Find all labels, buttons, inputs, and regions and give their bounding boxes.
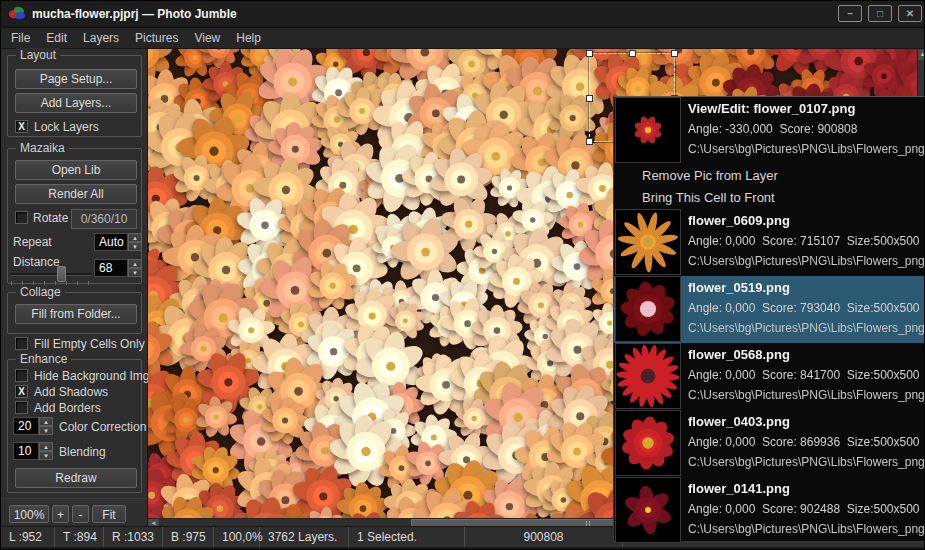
repeat-label: Repeat bbox=[13, 235, 52, 249]
bring-to-front-menu-item[interactable]: Bring This Cell to Front bbox=[614, 187, 925, 209]
scroll-up-icon[interactable]: ▲ bbox=[918, 49, 925, 60]
entry-filename: flower_0519.png bbox=[688, 278, 923, 298]
entry-filename: flower_0403.png bbox=[688, 412, 923, 432]
distance-down-button[interactable]: ▼ bbox=[128, 268, 142, 277]
layer-entry[interactable]: flower_0519.png Angle: 0,000 Score: 7930… bbox=[614, 276, 925, 343]
menu-layers[interactable]: Layers bbox=[75, 29, 127, 47]
fill-empty-cells-label: Fill Empty Cells Only bbox=[34, 337, 145, 351]
flower-thumbnail bbox=[616, 210, 680, 274]
repeat-up-button[interactable]: ▲ bbox=[128, 233, 142, 242]
lock-layers-checkbox[interactable]: X bbox=[15, 120, 28, 133]
entry-path: C:\Users\bg\Pictures\PNG\Libs\Flowers_pn… bbox=[688, 251, 923, 271]
status-layers: 3762 Layers. bbox=[260, 527, 349, 547]
entry-path: C:\Users\bg\Pictures\PNG\Libs\Flowers_pn… bbox=[688, 385, 923, 405]
view-edit-title: View/Edit: flower_0107.png bbox=[688, 99, 923, 119]
layer-entry[interactable]: flower_0609.png Angle: 0,000 Score: 7151… bbox=[614, 209, 925, 276]
fill-empty-cells-checkbox[interactable] bbox=[15, 337, 28, 350]
rotate-range-field[interactable]: 0/360/10 bbox=[71, 209, 137, 229]
color-correction-up-button[interactable]: ▲ bbox=[39, 417, 53, 426]
menu-pictures[interactable]: Pictures bbox=[127, 29, 186, 47]
window-title: mucha-flower.pjprj — Photo Jumble bbox=[32, 7, 237, 21]
zoom-in-button[interactable]: + bbox=[52, 505, 69, 523]
menu-file[interactable]: File bbox=[3, 29, 38, 47]
selection-handle-nw[interactable] bbox=[586, 50, 593, 57]
color-correction-field[interactable]: 20 bbox=[13, 417, 39, 435]
entry-filename: flower_0609.png bbox=[688, 211, 923, 231]
distance-slider[interactable] bbox=[11, 273, 91, 276]
app-window: mucha-flower.pjprj — Photo Jumble – □ ✕ … bbox=[0, 0, 925, 550]
selection-handle-n[interactable] bbox=[629, 50, 636, 57]
blending-down-button[interactable]: ▼ bbox=[39, 451, 53, 460]
open-lib-button[interactable]: Open Lib bbox=[15, 160, 137, 180]
layer-entry[interactable]: flower_0403.png Angle: 0,000 Score: 8699… bbox=[614, 410, 925, 477]
distance-stepper: ▲ ▼ bbox=[128, 259, 142, 277]
blending-stepper: ▲ ▼ bbox=[39, 442, 53, 460]
hide-background-checkbox[interactable] bbox=[15, 369, 28, 382]
title-bar: mucha-flower.pjprj — Photo Jumble – □ ✕ bbox=[1, 1, 925, 28]
add-shadows-label: Add Shadows bbox=[34, 385, 108, 399]
entry-filename: flower_0141.png bbox=[688, 479, 923, 499]
layer-entry-list: flower_0609.png Angle: 0,000 Score: 7151… bbox=[614, 209, 925, 544]
zoom-out-button[interactable]: - bbox=[72, 505, 89, 523]
rotate-label: Rotate bbox=[33, 211, 68, 225]
distance-slider-thumb[interactable] bbox=[57, 266, 66, 282]
left-toolbar: Layout Page Setup... Add Layers... X Loc… bbox=[1, 49, 148, 526]
remove-pic-menu-item[interactable]: Remove Pic from Layer bbox=[614, 165, 925, 187]
repeat-field[interactable]: Auto bbox=[94, 233, 128, 251]
distance-field[interactable]: 68 bbox=[94, 259, 128, 277]
hide-background-label: Hide Background Img bbox=[34, 369, 149, 383]
selection-handle-sw[interactable] bbox=[586, 138, 593, 145]
distance-up-button[interactable]: ▲ bbox=[128, 259, 142, 268]
entry-path: C:\Users\bg\Pictures\PNG\Libs\Flowers_pn… bbox=[688, 519, 923, 539]
minimize-button[interactable]: – bbox=[838, 5, 862, 22]
menu-view[interactable]: View bbox=[186, 29, 228, 47]
sidebar-divider bbox=[1, 498, 148, 499]
render-all-button[interactable]: Render All bbox=[15, 184, 137, 204]
layer-entry[interactable]: flower_0568.png Angle: 0,000 Score: 8417… bbox=[614, 343, 925, 410]
entry-details: Angle: 0,000 Score: 793040 Size:500x500 bbox=[688, 298, 923, 318]
menu-edit[interactable]: Edit bbox=[38, 29, 75, 47]
close-button[interactable]: ✕ bbox=[898, 5, 922, 22]
add-layers-button[interactable]: Add Layers... bbox=[15, 93, 137, 113]
status-selected: 1 Selected. bbox=[349, 527, 465, 547]
lock-layers-label: Lock Layers bbox=[34, 120, 99, 134]
menu-bar: File Edit Layers Pictures View Help bbox=[1, 28, 925, 49]
blending-field[interactable]: 10 bbox=[13, 442, 39, 460]
flower-thumbnail bbox=[616, 411, 680, 475]
selection-handle-ne[interactable] bbox=[671, 50, 678, 57]
view-edit-path: C:\Users\bg\Pictures\PNG\Libs\Flowers_pn… bbox=[688, 139, 923, 159]
menu-help[interactable]: Help bbox=[228, 29, 269, 47]
flower-thumbnail bbox=[616, 98, 680, 162]
entry-path: C:\Users\bg\Pictures\PNG\Libs\Flowers_pn… bbox=[688, 452, 923, 472]
entry-path: C:\Users\bg\Pictures\PNG\Libs\Flowers_pn… bbox=[688, 318, 923, 338]
view-edit-details: Angle: -330,000 Score: 900808 bbox=[688, 119, 923, 139]
zoom-fit-button[interactable]: Fit bbox=[92, 505, 126, 523]
flower-thumbnail bbox=[616, 277, 680, 341]
selection-handle-w[interactable] bbox=[586, 95, 593, 102]
fill-from-folder-button[interactable]: Fill from Folder... bbox=[15, 304, 137, 324]
maximize-button[interactable]: □ bbox=[868, 5, 892, 22]
layout-group-label: Layout bbox=[16, 48, 60, 62]
view-edit-header[interactable]: View/Edit: flower_0107.png Angle: -330,0… bbox=[614, 97, 925, 165]
entry-filename: flower_0568.png bbox=[688, 345, 923, 365]
status-top: T :894 bbox=[55, 527, 104, 547]
add-shadows-checkbox[interactable]: X bbox=[15, 385, 28, 398]
redraw-button[interactable]: Redraw bbox=[15, 468, 137, 488]
rotate-checkbox[interactable] bbox=[15, 211, 28, 224]
layer-entry[interactable]: flower_0141.png Angle: 0,000 Score: 9024… bbox=[614, 477, 925, 544]
flower-thumbnail bbox=[616, 478, 680, 542]
page-setup-button[interactable]: Page Setup... bbox=[15, 69, 137, 89]
status-left: L :952 bbox=[1, 527, 55, 547]
entry-details: Angle: 0,000 Score: 869936 Size:500x500 bbox=[688, 432, 923, 452]
status-bottom: B :975 bbox=[163, 527, 214, 547]
blending-up-button[interactable]: ▲ bbox=[39, 442, 53, 451]
enhance-group-label: Enhance bbox=[16, 352, 71, 366]
collage-group-label: Collage bbox=[16, 285, 65, 299]
status-score: 900808 bbox=[465, 527, 623, 547]
status-right: R :1033 bbox=[104, 527, 163, 547]
zoom-percent-button[interactable]: 100% bbox=[9, 505, 49, 523]
layer-context-panel: View/Edit: flower_0107.png Angle: -330,0… bbox=[613, 96, 925, 542]
add-borders-checkbox[interactable] bbox=[15, 401, 28, 414]
color-correction-down-button[interactable]: ▼ bbox=[39, 426, 53, 435]
repeat-down-button[interactable]: ▼ bbox=[128, 242, 142, 251]
